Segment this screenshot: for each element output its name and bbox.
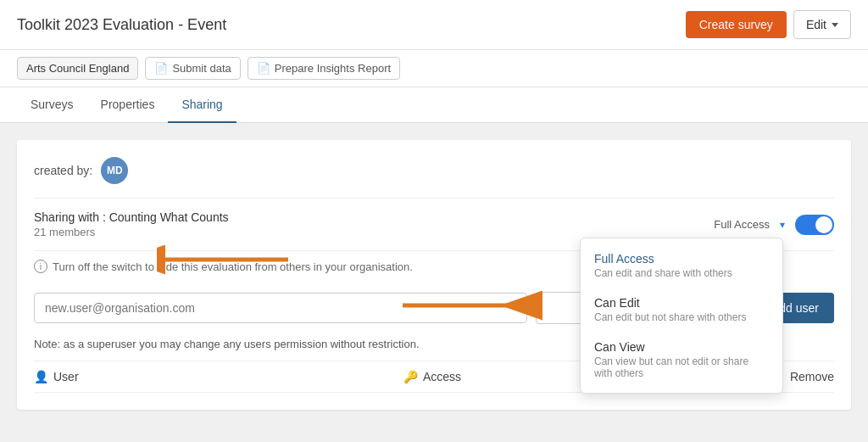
page-title: Toolkit 2023 Evaluation - Event: [17, 16, 226, 34]
doc-icon-submit: 📄: [154, 62, 168, 75]
user-col-label: User: [53, 370, 79, 383]
info-icon: i: [34, 260, 47, 273]
col-user-header: 👤 User: [34, 370, 403, 383]
sharing-with-title: Sharing with : Counting What Counts: [34, 210, 229, 224]
tab-sharing[interactable]: Sharing: [168, 87, 236, 123]
sub-nav: Arts Council England 📄 Submit data 📄 Pre…: [0, 50, 868, 87]
page-wrapper: Toolkit 2023 Evaluation - Event Create s…: [0, 0, 868, 442]
members-count: 21 members: [34, 226, 229, 238]
prepare-insights-label: Prepare Insights Report: [275, 62, 391, 75]
dropdown-full-access-desc: Can edit and share with others: [594, 267, 769, 279]
create-survey-button[interactable]: Create survey: [686, 11, 787, 38]
dropdown-item-can-edit[interactable]: Can Edit Can edit but not share with oth…: [581, 288, 782, 332]
chevron-down-icon: [832, 23, 838, 27]
dropdown-can-edit-desc: Can edit but not share with others: [594, 311, 769, 323]
arrow-left-annotation: [157, 243, 292, 277]
prepare-insights-link[interactable]: 📄 Prepare Insights Report: [248, 57, 400, 80]
dropdown-can-view-desc: Can view but can not edit or share with …: [594, 355, 769, 379]
top-bar-actions: Create survey Edit: [686, 10, 851, 39]
note-text: Note: as a superuser you may change any …: [34, 338, 420, 350]
submit-data-label: Submit data: [172, 62, 231, 75]
tab-properties[interactable]: Properties: [87, 87, 169, 123]
dropdown-can-view-title: Can View: [594, 340, 769, 354]
dropdown-full-access-title: Full Access: [594, 252, 769, 266]
sharing-info: Sharing with : Counting What Counts 21 m…: [34, 210, 229, 238]
tabs-bar: Surveys Properties Sharing: [0, 87, 868, 123]
doc-icon-insights: 📄: [257, 62, 270, 75]
submit-data-link[interactable]: 📄 Submit data: [145, 57, 240, 80]
user-icon: 👤: [34, 370, 48, 383]
access-dropdown-menu: Full Access Can edit and share with othe…: [580, 238, 783, 394]
avatar: MD: [101, 157, 128, 184]
edit-button[interactable]: Edit: [793, 10, 851, 39]
sharing-right: Full Access ▾: [714, 215, 834, 235]
tab-surveys[interactable]: Surveys: [17, 87, 87, 123]
sharing-toggle[interactable]: [795, 215, 834, 235]
dropdown-item-full-access[interactable]: Full Access Can edit and share with othe…: [581, 243, 782, 288]
created-by-row: created by: MD: [34, 157, 834, 184]
created-by-label: created by:: [34, 164, 92, 177]
dropdown-item-can-view[interactable]: Can View Can view but can not edit or sh…: [581, 332, 782, 388]
access-col-label: Access: [423, 370, 461, 383]
toggle-dropdown[interactable]: ▾: [780, 219, 785, 231]
edit-label: Edit: [806, 18, 826, 31]
breadcrumb-arts-council[interactable]: Arts Council England: [17, 57, 138, 80]
remove-col-label: Remove: [790, 370, 834, 383]
full-access-label: Full Access: [714, 218, 770, 231]
key-icon: 🔑: [403, 370, 418, 383]
arrow-right-annotation: [398, 288, 551, 322]
dropdown-can-edit-title: Can Edit: [594, 296, 769, 310]
top-bar: Toolkit 2023 Evaluation - Event Create s…: [0, 0, 868, 50]
